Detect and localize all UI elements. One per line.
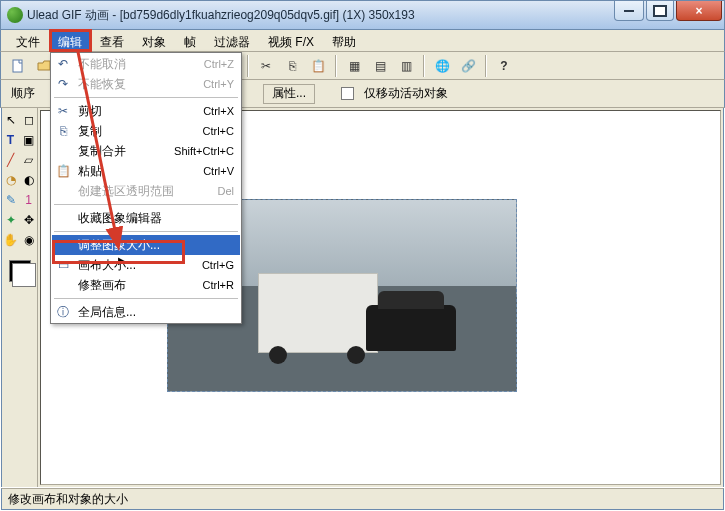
properties-button[interactable]: 属性... <box>263 84 315 104</box>
brush-tool[interactable]: ╱ <box>3 152 19 168</box>
menu-item-复制[interactable]: ⎘复制Ctrl+C <box>52 121 240 141</box>
menu-item-label: 画布大小... <box>74 257 194 274</box>
maximize-button[interactable] <box>646 1 674 21</box>
tool-button[interactable]: ▦ <box>343 55 365 77</box>
menu-item-label: 收藏图象编辑器 <box>74 210 234 227</box>
menu-separator <box>54 97 238 98</box>
crop-tool[interactable]: ▣ <box>21 132 37 148</box>
menu-帮助[interactable]: 帮助 <box>323 30 365 51</box>
toolbar-separator <box>485 55 487 77</box>
edit-menu-dropdown: ↶不能取消Ctrl+Z↷不能恢复Ctrl+Y✂剪切Ctrl+X⎘复制Ctrl+C… <box>50 52 242 324</box>
title-bar: Ulead GIF 动画 - [bd759d6dly1fkuahzrieog20… <box>0 0 725 30</box>
menu-item-label: 创建选区透明范围 <box>74 183 209 200</box>
menu-item-icon: ✂ <box>52 104 74 118</box>
copy-button[interactable]: ⎘ <box>281 55 303 77</box>
menu-item-icon: ⓘ <box>52 304 74 321</box>
menu-查看[interactable]: 查看 <box>91 30 133 51</box>
menu-item-shortcut: Ctrl+R <box>195 279 234 291</box>
menu-item-label: 修整画布 <box>74 277 195 294</box>
move-active-only-checkbox[interactable] <box>341 87 354 100</box>
menu-separator <box>54 231 238 232</box>
tool-button[interactable]: ▤ <box>369 55 391 77</box>
menu-item-icon: ↷ <box>52 77 74 91</box>
move-active-only-label: 仅移动活动对象 <box>364 85 448 102</box>
app-icon <box>7 7 23 23</box>
link-button[interactable]: 🔗 <box>457 55 479 77</box>
menu-item-label: 全局信息... <box>74 304 234 321</box>
menu-item-画布大小...[interactable]: ▭画布大小...Ctrl+G <box>52 255 240 275</box>
menu-separator <box>54 204 238 205</box>
menu-item-label: 不能取消 <box>74 56 196 73</box>
menu-separator <box>54 298 238 299</box>
status-bar: 修改画布和对象的大小 <box>1 488 724 510</box>
menu-item-icon: 📋 <box>52 164 74 178</box>
menu-item-shortcut: Ctrl+Y <box>195 78 234 90</box>
menu-item-剪切[interactable]: ✂剪切Ctrl+X <box>52 101 240 121</box>
pointer-tool[interactable]: ↖ <box>3 112 19 128</box>
menu-item-全局信息...[interactable]: ⓘ全局信息... <box>52 302 240 322</box>
magic-tool[interactable]: ✦ <box>3 212 19 228</box>
move-tool[interactable]: ✥ <box>21 212 37 228</box>
menu-item-label: 不能恢复 <box>74 76 195 93</box>
menu-item-不能恢复: ↷不能恢复Ctrl+Y <box>52 74 240 94</box>
eraser-tool[interactable]: ▱ <box>21 152 37 168</box>
menu-item-创建选区透明范围: 创建选区透明范围Del <box>52 181 240 201</box>
menu-item-icon: ↶ <box>52 57 74 71</box>
menu-item-不能取消: ↶不能取消Ctrl+Z <box>52 54 240 74</box>
svg-rect-0 <box>13 60 22 72</box>
tool-palette: ↖◻ T▣ ╱▱ ◔◐ ✎1 ✦✥ ✋◉ <box>2 108 38 487</box>
menu-item-label: 剪切 <box>74 103 195 120</box>
menu-item-shortcut: Ctrl+G <box>194 259 234 271</box>
minimize-button[interactable] <box>614 1 644 21</box>
menu-item-修整画布[interactable]: 修整画布Ctrl+R <box>52 275 240 295</box>
menu-item-icon: ▭ <box>52 258 74 272</box>
toolbar-separator <box>335 55 337 77</box>
new-button[interactable] <box>7 55 29 77</box>
menu-编辑[interactable]: 编辑 <box>49 30 91 51</box>
toolbar-separator <box>247 55 249 77</box>
menu-item-调整图象大小...[interactable]: 调整图象大小... <box>52 235 240 255</box>
menu-对象[interactable]: 对象 <box>133 30 175 51</box>
tool-button[interactable]: ▥ <box>395 55 417 77</box>
status-text: 修改画布和对象的大小 <box>8 491 128 508</box>
menu-item-label: 调整图象大小... <box>74 237 234 254</box>
menu-item-icon: ⎘ <box>52 124 74 138</box>
sequence-label: 顺序 <box>7 85 39 102</box>
fill-tool[interactable]: ◔ <box>3 172 19 188</box>
zoom-tool[interactable]: 1 <box>21 192 37 208</box>
color-swatch[interactable] <box>9 260 31 282</box>
menu-过滤器[interactable]: 过滤器 <box>205 30 259 51</box>
hand-tool[interactable]: ✋ <box>3 232 19 248</box>
close-button[interactable]: × <box>676 1 722 21</box>
menu-item-收藏图象编辑器[interactable]: 收藏图象编辑器▶ <box>52 208 240 228</box>
menu-item-shortcut: Ctrl+Z <box>196 58 234 70</box>
picker-tool[interactable]: ✎ <box>3 192 19 208</box>
menu-item-shortcut: Shift+Ctrl+C <box>166 145 234 157</box>
paste-button[interactable]: 📋 <box>307 55 329 77</box>
gradient-tool[interactable]: ◐ <box>21 172 37 188</box>
menu-item-shortcut: Ctrl+X <box>195 105 234 117</box>
menu-item-label: 复制合并 <box>74 143 166 160</box>
menu-文件[interactable]: 文件 <box>7 30 49 51</box>
menu-item-粘贴[interactable]: 📋粘贴Ctrl+V <box>52 161 240 181</box>
menu-item-复制合并[interactable]: 复制合并Shift+Ctrl+C <box>52 141 240 161</box>
menu-item-shortcut: Ctrl+V <box>195 165 234 177</box>
window-buttons: × <box>612 1 722 21</box>
menu-视频 F/X[interactable]: 视频 F/X <box>259 30 323 51</box>
properties-label: 属性... <box>272 85 306 102</box>
shape-tool[interactable]: ◻ <box>21 112 37 128</box>
window-title: Ulead GIF 动画 - [bd759d6dly1fkuahzrieog20… <box>27 7 415 24</box>
text-tool[interactable]: T <box>3 132 19 148</box>
menu-item-label: 复制 <box>74 123 195 140</box>
toolbar-separator <box>423 55 425 77</box>
menu-item-shortcut: Ctrl+C <box>195 125 234 137</box>
menu-item-shortcut: Del <box>209 185 234 197</box>
cut-button[interactable]: ✂ <box>255 55 277 77</box>
web-button[interactable]: 🌐 <box>431 55 453 77</box>
menu-bar: 文件编辑查看对象帧过滤器视频 F/X帮助 <box>0 30 725 52</box>
menu-帧[interactable]: 帧 <box>175 30 205 51</box>
misc-tool[interactable]: ◉ <box>21 232 37 248</box>
help-button[interactable]: ? <box>493 55 515 77</box>
menu-item-label: 粘贴 <box>74 163 195 180</box>
